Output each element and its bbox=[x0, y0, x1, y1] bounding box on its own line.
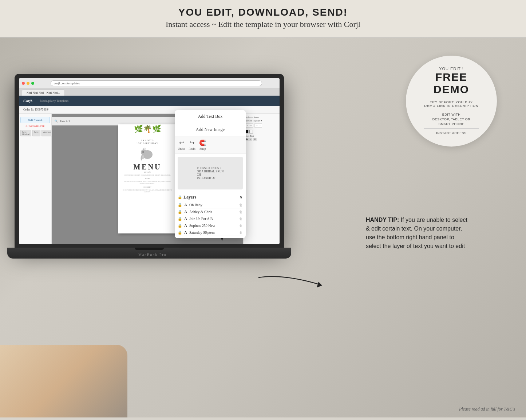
app-header: Corjl. MockupParty Templates bbox=[19, 96, 280, 106]
width-field[interactable]: W: 99 bbox=[245, 123, 253, 128]
save-btn[interactable]: Save bbox=[32, 130, 40, 136]
incomplete-badge: ⊙ INCOMPLETE bbox=[20, 125, 50, 128]
approve-btn[interactable]: Approve bbox=[41, 130, 53, 136]
menu-card: 🌿🌴🌿 JANOY'S 1ST BIRTHDAY bbox=[118, 124, 177, 233]
layer-a-5: A bbox=[184, 230, 187, 235]
redo-icon: ↪ bbox=[190, 139, 194, 146]
lock-icon-5: 🔒 bbox=[178, 231, 182, 235]
size-fields: W: 99 H: 77 bbox=[245, 123, 278, 129]
lock-icon-4: 🔒 bbox=[178, 224, 182, 228]
save-original-btn[interactable]: SaveOriginal bbox=[20, 130, 31, 136]
browser-bar: corjl.com/templates bbox=[19, 78, 280, 88]
demo-platforms: DESKTOP, TABLET OR bbox=[432, 117, 471, 122]
layer-item-saturday[interactable]: 🔒 A Saturday SEptem 🗑 bbox=[178, 229, 243, 236]
sidebar-item: Field Name & bbox=[20, 117, 50, 123]
layer-name-oh-baby: Oh Baby bbox=[189, 203, 202, 207]
handy-tip: HANDY TIP: If you are unable to select &… bbox=[366, 216, 504, 251]
layer-name-join: Join Us For A B bbox=[189, 217, 213, 221]
corjl-logo: Corjl. bbox=[23, 99, 33, 103]
elephant-icon bbox=[138, 147, 157, 161]
entree-label: ENTRÉE bbox=[122, 171, 173, 173]
layer-name-supinos: Supinos 250 New bbox=[189, 224, 215, 228]
snap-label: Snap bbox=[199, 147, 206, 151]
resize-image-label: Resize as Image bbox=[245, 116, 278, 118]
mobile-preview-text: PLEASE JOIN US F OR A BRIDAL BRUN CH IN … bbox=[195, 164, 226, 182]
lock-icon-2: 🔒 bbox=[178, 210, 182, 214]
trash-icon-2[interactable]: 🗑 bbox=[239, 210, 243, 214]
layer-item-supinos[interactable]: 🔒 A Supinos 250 New 🗑 bbox=[178, 222, 243, 229]
header-subtitle: Instant access ~ Edit the template in yo… bbox=[0, 20, 526, 29]
style-text-label: Style Text bbox=[245, 135, 278, 137]
italic-btn[interactable]: I bbox=[249, 138, 252, 141]
height-field[interactable]: H: 77 bbox=[254, 123, 262, 128]
mobile-layers-header: 🔒 Layers ∨ bbox=[178, 195, 243, 200]
demo-divider-3 bbox=[424, 128, 479, 129]
browser-tabs: Nori Nori Nori - Nori Nori... bbox=[19, 88, 280, 96]
layer-a-4: A bbox=[184, 223, 187, 228]
maximize-dot bbox=[31, 82, 34, 85]
demo-circle: YOU EDIT ! FREE DEMO TRY BEFORE YOU BUY … bbox=[406, 56, 497, 147]
layers-title-label: Layers bbox=[183, 195, 240, 200]
underline-btn[interactable]: U bbox=[253, 138, 257, 141]
layer-a-1: A bbox=[184, 203, 187, 207]
add-text-box-btn[interactable]: Add Text Box bbox=[175, 110, 246, 123]
layer-name-saturday: Saturday SEptem bbox=[189, 231, 215, 235]
menu-word: MENU bbox=[122, 163, 173, 171]
demo-smart-phone: SMART PHONE bbox=[438, 122, 464, 127]
add-new-image-btn[interactable]: Add New Image bbox=[175, 123, 246, 136]
main-area: corjl.com/templates Nori Nori Nori - Nor… bbox=[0, 37, 526, 417]
undo-icon: ↩ bbox=[179, 139, 184, 146]
order-id: Order Id: 1509758194 bbox=[23, 108, 50, 111]
demo-demo-label: DEMO bbox=[434, 83, 469, 96]
main-label: MAIN bbox=[122, 178, 173, 180]
text-style-buttons: B I U bbox=[245, 138, 278, 141]
browser-tab[interactable]: Nori Nori Nori - Nori Nori... bbox=[22, 89, 65, 96]
svg-point-3 bbox=[142, 155, 144, 159]
trash-icon-1[interactable]: 🗑 bbox=[239, 203, 243, 207]
dessert-text: DE-CONSTRUCTED BLACK COCONUT GELATO, STR… bbox=[122, 189, 173, 193]
zoom-icon: 🔍 bbox=[55, 120, 58, 123]
layer-item-ashley[interactable]: 🔒 A Ashley & Chris 🗑 bbox=[178, 208, 243, 215]
redo-btn[interactable]: ↪ Redo bbox=[189, 139, 195, 151]
arrow-mobile-to-layers bbox=[255, 270, 328, 299]
redo-label: Redo bbox=[189, 147, 195, 151]
address-bar[interactable]: corjl.com/templates bbox=[51, 80, 262, 86]
trash-icon-5[interactable]: 🗑 bbox=[239, 231, 243, 235]
color-swatches bbox=[245, 130, 278, 133]
demo-divider-2 bbox=[424, 110, 479, 110]
snap-btn[interactable]: 🧲 Snap bbox=[199, 139, 206, 151]
birthday-sub: 1ST BIRTHDAY bbox=[122, 142, 173, 145]
undo-label: Undo bbox=[178, 147, 185, 151]
undo-btn[interactable]: ↩ Undo bbox=[178, 139, 185, 151]
lock-icon-1: 🔒 bbox=[178, 203, 182, 207]
demo-try-label: TRY BEFORE YOU BUY bbox=[430, 100, 473, 104]
handy-tip-label: HANDY TIP: bbox=[366, 217, 399, 223]
layer-item-join[interactable]: 🔒 A Join Us For A B 🗑 bbox=[178, 215, 243, 222]
element-regular-label: Element Regular ▼ bbox=[245, 120, 278, 122]
demo-instant: INSTANT ACCESS bbox=[436, 131, 467, 136]
app-nav: MockupParty Templates bbox=[40, 99, 68, 103]
trash-icon-3[interactable]: 🗑 bbox=[239, 217, 243, 221]
macbook-label: MacBook Pro bbox=[138, 253, 167, 257]
leaf-decoration: 🌿🌴🌿 bbox=[134, 124, 161, 133]
header-title: YOU EDIT, DOWNLOAD, SEND! bbox=[0, 7, 526, 18]
header-banner: YOU EDIT, DOWNLOAD, SEND! Instant access… bbox=[0, 0, 526, 37]
main-text: BRAISED GUINNESS BEEF, SWEET BAS ONION P… bbox=[122, 181, 173, 185]
dessert-label: DESSERT bbox=[122, 186, 173, 188]
trash-icon-4[interactable]: 🗑 bbox=[239, 224, 243, 228]
layer-item-oh-baby[interactable]: 🔒 A Oh Baby 🗑 bbox=[178, 201, 243, 208]
color-white[interactable] bbox=[249, 130, 253, 133]
demo-edit-with: EDIT WITH bbox=[442, 112, 460, 117]
demo-free-label: FREE bbox=[435, 71, 467, 83]
toolbar-text: Page 1 / 1 bbox=[60, 120, 70, 123]
birthday-title: JANOY'S bbox=[122, 139, 173, 142]
mobile-popup: Add Text Box Add New Image ↩ Undo ↪ Redo… bbox=[175, 110, 246, 238]
mobile-toolbar: ↩ Undo ↪ Redo 🧲 Snap bbox=[175, 136, 246, 154]
mobile-layers-panel: 🔒 Layers ∨ 🔒 A Oh Baby 🗑 🔒 A Ashley & Ch… bbox=[175, 192, 246, 238]
layers-chevron-icon[interactable]: ∨ bbox=[240, 195, 243, 200]
sidebar-actions: SaveOriginal Save Approve bbox=[20, 130, 50, 136]
svg-point-1 bbox=[141, 149, 147, 155]
entree-text: CRISPY FRIED CHICKEN, SOUL SWEET SOUR CH… bbox=[122, 174, 173, 176]
right-panel: Resize as Image Element Regular ▼ W: 99 … bbox=[243, 114, 280, 244]
demo-link-label: DEMO LINK IN DESCRIPTION bbox=[424, 104, 478, 108]
